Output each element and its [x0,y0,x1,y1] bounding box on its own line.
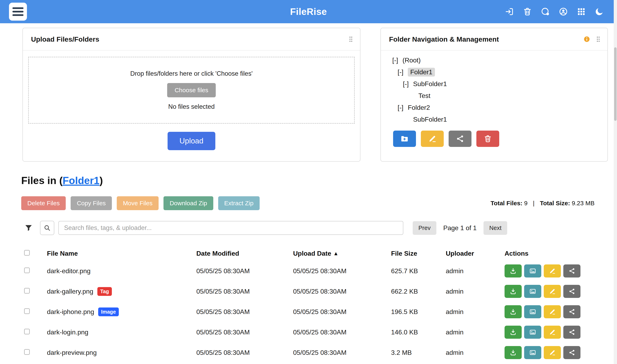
image-icon [529,308,536,315]
scrollbar-thumb[interactable] [614,47,617,121]
share-file-button[interactable] [563,326,580,339]
tree-item-subfolder1[interactable]: [-] SubFolder1 [381,78,607,90]
folder-plus-icon [400,134,409,143]
file-name[interactable]: dark-login.png [47,328,88,336]
file-name[interactable]: dark-preview.png [47,349,97,356]
scrollbar[interactable] [614,0,617,364]
disk-usage-icon[interactable] [541,7,550,16]
row-checkbox[interactable] [24,308,30,314]
table-row: dark-editor.png 05/05/25 08:30AM 05/05/2… [21,261,594,281]
tree-toggle[interactable]: [-] [403,80,413,88]
tree-toggle[interactable]: [-] [398,68,408,76]
preview-image-button[interactable] [524,326,541,339]
row-checkbox[interactable] [24,349,30,355]
share-folder-button[interactable] [449,130,472,147]
header-uploader[interactable]: Uploader [446,250,505,257]
rename-file-button[interactable] [544,326,561,339]
download-file-button[interactable] [505,285,522,298]
dark-mode-icon[interactable] [594,7,604,16]
download-file-button[interactable] [505,264,522,277]
header-file-name[interactable]: File Name [47,250,196,257]
header-upload-date[interactable]: Upload Date▲ [293,250,391,257]
preview-image-button[interactable] [524,285,541,298]
file-name[interactable]: dark-gallery.png [47,288,93,295]
pencil-icon [549,288,556,295]
download-zip-button[interactable]: Download Zip [163,196,213,210]
tree-label[interactable]: (Root) [403,56,421,64]
rename-file-button[interactable] [544,346,561,359]
drag-handle-icon[interactable] [347,36,354,43]
total-files-value: 9 [524,200,528,207]
row-checkbox[interactable] [24,329,30,334]
file-modified: 05/05/25 08:30AM [196,267,293,275]
tree-label-selected[interactable]: Folder1 [408,68,435,77]
file-uploader: admin [446,267,505,275]
search-input[interactable] [58,221,403,235]
tree-item-root[interactable]: [-] (Root) [381,54,607,66]
apps-grid-icon[interactable] [577,7,586,16]
logout-icon[interactable] [505,7,514,16]
row-actions [505,285,594,298]
upload-button[interactable]: Upload [168,132,215,150]
select-all-checkbox[interactable] [24,250,30,256]
prev-page-button[interactable]: Prev [413,221,436,235]
info-icon[interactable] [583,36,590,43]
upload-dropzone[interactable]: Drop files/folders here or click 'Choose… [28,57,355,124]
tree-label[interactable]: SubFolder1 [413,80,447,88]
create-folder-button[interactable] [393,130,416,147]
tree-item-subfolder1-2[interactable]: SubFolder1 [381,114,607,125]
tree-toggle[interactable]: [-] [398,104,408,111]
current-folder-link[interactable]: Folder1 [63,175,100,186]
share-icon [568,288,575,295]
extract-zip-button[interactable]: Extract Zip [218,196,260,210]
folder-tree: [-] (Root) [-] Folder1 [-] SubFolder1 Te… [381,51,607,125]
tree-toggle[interactable]: [-] [392,56,403,64]
preview-image-button[interactable] [524,346,541,359]
file-uploaded: 05/05/25 08:30AM [293,267,391,275]
download-file-button[interactable] [505,346,522,359]
header-date-modified[interactable]: Date Modified [196,250,293,257]
file-table: File Name Date Modified Upload Date▲ Fil… [21,246,594,364]
drag-handle-icon[interactable] [595,36,602,43]
filter-icon[interactable] [24,223,33,232]
tree-item-folder1[interactable]: [-] Folder1 [381,66,607,78]
share-file-button[interactable] [563,285,580,298]
move-files-button[interactable]: Move Files [117,196,158,210]
file-modified: 05/05/25 08:30AM [196,349,293,356]
rename-file-button[interactable] [544,285,561,298]
delete-folder-button[interactable] [476,130,499,147]
delete-files-button[interactable]: Delete Files [21,196,66,210]
rename-folder-button[interactable] [421,130,444,147]
download-file-button[interactable] [505,326,522,339]
copy-files-button[interactable]: Copy Files [71,196,112,210]
tree-item-folder2[interactable]: [-] Folder2 [381,102,607,114]
upload-card: Upload Files/Folders Drop files/folders … [23,28,360,162]
file-name[interactable]: dark-iphone.png [47,308,94,316]
tree-label[interactable]: SubFolder1 [413,116,447,123]
tree-label[interactable]: Test [419,92,431,100]
app-logo[interactable] [9,3,27,21]
share-file-button[interactable] [563,264,580,277]
dropzone-text: Drop files/folders here or click 'Choose… [130,70,252,77]
rename-file-button[interactable] [544,264,561,277]
download-file-button[interactable] [505,305,522,318]
preview-image-button[interactable] [524,264,541,277]
trash-icon[interactable] [523,7,532,16]
share-file-button[interactable] [563,346,580,359]
preview-image-button[interactable] [524,305,541,318]
row-checkbox[interactable] [24,288,30,294]
file-name[interactable]: dark-editor.png [47,267,91,275]
tree-item-test[interactable]: Test [381,90,607,102]
header-file-size[interactable]: File Size [391,250,446,257]
pencil-icon [549,308,556,315]
search-button[interactable] [40,221,54,235]
account-icon[interactable] [559,7,568,16]
rename-file-button[interactable] [544,305,561,318]
share-file-button[interactable] [563,305,580,318]
tree-label[interactable]: Folder2 [408,104,430,111]
choose-files-button[interactable]: Choose files [167,83,216,97]
file-uploaded: 05/05/25 08:30AM [293,288,391,295]
next-page-button[interactable]: Next [484,221,507,235]
row-checkbox[interactable] [24,268,30,273]
download-icon [510,349,517,356]
